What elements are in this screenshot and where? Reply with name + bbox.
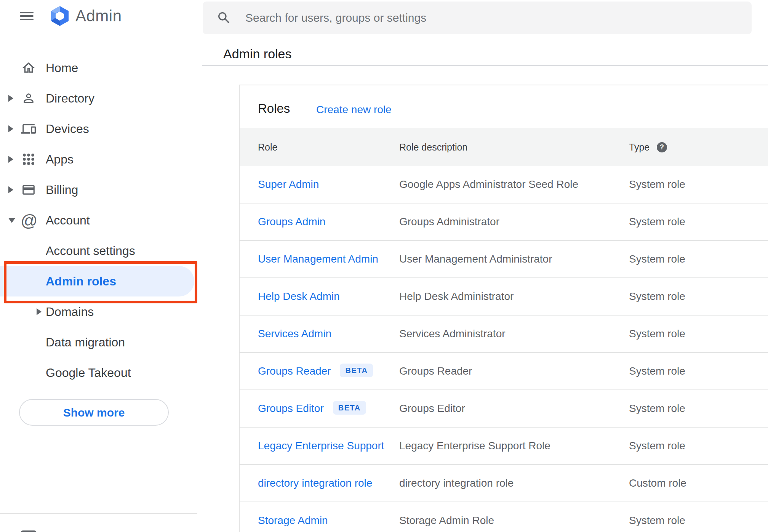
person-icon: [21, 91, 36, 106]
sidebar-item-label: Account settings: [46, 236, 135, 266]
role-description: Storage Admin Role: [399, 502, 494, 532]
table-row: Services Admin Services Administrator Sy…: [240, 316, 768, 353]
search-placeholder: Search for users, groups or settings: [245, 2, 426, 34]
role-link[interactable]: Groups Editor: [258, 402, 324, 414]
column-header-role: Role: [258, 128, 277, 166]
role-type: System role: [629, 502, 685, 532]
role-link[interactable]: directory integration role: [258, 477, 372, 489]
role-link[interactable]: Services Admin: [258, 328, 331, 340]
arrow-right-icon: [8, 125, 13, 132]
roles-card: Roles Create new role Role Role descript…: [239, 85, 768, 532]
role-type: System role: [629, 166, 685, 203]
sidebar-item-billing[interactable]: Billing: [0, 175, 202, 205]
arrow-down-icon: [8, 218, 15, 223]
sidebar-item-data-migration[interactable]: Data migration: [0, 327, 202, 357]
beta-badge: BETA: [333, 401, 366, 415]
table-row: directory integration role directory int…: [240, 465, 768, 502]
table-header-row: Role Role description Type ?: [240, 128, 768, 166]
beta-badge: BETA: [340, 364, 373, 377]
sidebar-nav: Home Directory Devices Apps Billing @ Ac…: [0, 53, 202, 388]
sidebar-item-account-settings[interactable]: Account settings: [0, 236, 202, 266]
table-row: Groups ReaderBETA Groups Reader System r…: [240, 353, 768, 390]
role-type: System role: [629, 353, 685, 389]
role-description: Google Apps Administrator Seed Role: [399, 166, 578, 203]
sidebar-item-account[interactable]: @ Account: [0, 205, 202, 236]
sidebar-item-label: Directory: [46, 83, 94, 114]
role-type: System role: [629, 241, 685, 277]
role-link[interactable]: Groups Reader: [258, 365, 331, 377]
sidebar-item-label: Account: [46, 205, 90, 236]
role-link[interactable]: Legacy Enterprise Support: [258, 440, 384, 452]
help-icon[interactable]: ?: [657, 142, 667, 152]
header-divider: [202, 65, 768, 66]
sidebar-item-label: Data migration: [46, 327, 125, 357]
sidebar-item-label: Apps: [46, 144, 74, 175]
arrow-right-icon: [8, 156, 13, 163]
role-type: System role: [629, 204, 685, 240]
role-link[interactable]: Groups Admin: [258, 216, 325, 228]
sidebar-item-admin-roles[interactable]: Admin roles: [0, 266, 202, 296]
sidebar-item-label: Domains: [46, 296, 94, 327]
roles-title: Roles: [258, 101, 290, 116]
role-description: Groups Editor: [399, 390, 465, 427]
table-row: Legacy Enterprise Support Legacy Enterpr…: [240, 428, 768, 465]
breadcrumb: Admin roles: [223, 46, 292, 61]
column-header-type: Type: [629, 128, 650, 166]
sidebar-divider: [0, 513, 197, 514]
apps-icon: [21, 152, 36, 167]
role-link[interactable]: Help Desk Admin: [258, 290, 340, 302]
sidebar-item-label: Google Takeout: [46, 357, 131, 388]
arrow-right-icon: [8, 186, 13, 193]
sidebar-item-label: Home: [46, 53, 78, 83]
role-link[interactable]: Storage Admin: [258, 514, 328, 526]
search-icon: [216, 10, 232, 26]
table-row: User Management Admin User Management Ad…: [240, 241, 768, 278]
role-description: Services Administrator: [399, 316, 506, 352]
role-description: Groups Administrator: [399, 204, 499, 240]
table-row: Super Admin Google Apps Administrator Se…: [240, 166, 768, 204]
sidebar-item-home[interactable]: Home: [0, 53, 202, 83]
role-type: System role: [629, 278, 685, 315]
clipped-bottom-icon: [21, 530, 37, 532]
role-link[interactable]: User Management Admin: [258, 253, 378, 265]
role-type: System role: [629, 428, 685, 464]
role-type: System role: [629, 316, 685, 352]
create-new-role-link[interactable]: Create new role: [316, 104, 392, 116]
role-description: User Management Administrator: [399, 241, 552, 277]
sidebar-item-directory[interactable]: Directory: [0, 83, 202, 114]
roles-card-header: Roles Create new role: [240, 85, 768, 128]
table-row: Groups Admin Groups Administrator System…: [240, 204, 768, 241]
sidebar: Home Directory Devices Apps Billing @ Ac…: [0, 0, 202, 532]
sidebar-item-label: Devices: [46, 114, 89, 144]
sidebar-item-domains[interactable]: Domains: [0, 296, 202, 327]
at-icon: @: [21, 213, 35, 228]
role-description: Legacy Enterprise Support Role: [399, 428, 550, 464]
role-type: Custom role: [629, 465, 686, 502]
arrow-right-icon: [37, 308, 42, 315]
home-icon: [21, 61, 36, 75]
role-link[interactable]: Super Admin: [258, 178, 319, 190]
role-type: System role: [629, 390, 685, 427]
role-description: Help Desk Administrator: [399, 278, 514, 315]
table-row: Groups EditorBETA Groups Editor System r…: [240, 390, 768, 428]
table-row: Storage Admin Storage Admin Role System …: [240, 502, 768, 532]
show-more-button[interactable]: Show more: [19, 399, 169, 426]
arrow-right-icon: [8, 95, 13, 102]
table-body: Super Admin Google Apps Administrator Se…: [240, 166, 768, 532]
sidebar-item-label: Billing: [46, 175, 78, 205]
sidebar-item-label: Admin roles: [46, 266, 116, 296]
role-description: Groups Reader: [399, 353, 472, 389]
sidebar-item-devices[interactable]: Devices: [0, 114, 202, 144]
devices-icon: [21, 122, 36, 136]
role-description: directory integration role: [399, 465, 514, 502]
sidebar-item-google-takeout[interactable]: Google Takeout: [0, 357, 202, 388]
sidebar-item-apps[interactable]: Apps: [0, 144, 202, 175]
column-header-description: Role description: [399, 128, 467, 166]
search-input[interactable]: Search for users, groups or settings: [203, 2, 752, 34]
card-icon: [21, 183, 36, 197]
table-row: Help Desk Admin Help Desk Administrator …: [240, 278, 768, 316]
